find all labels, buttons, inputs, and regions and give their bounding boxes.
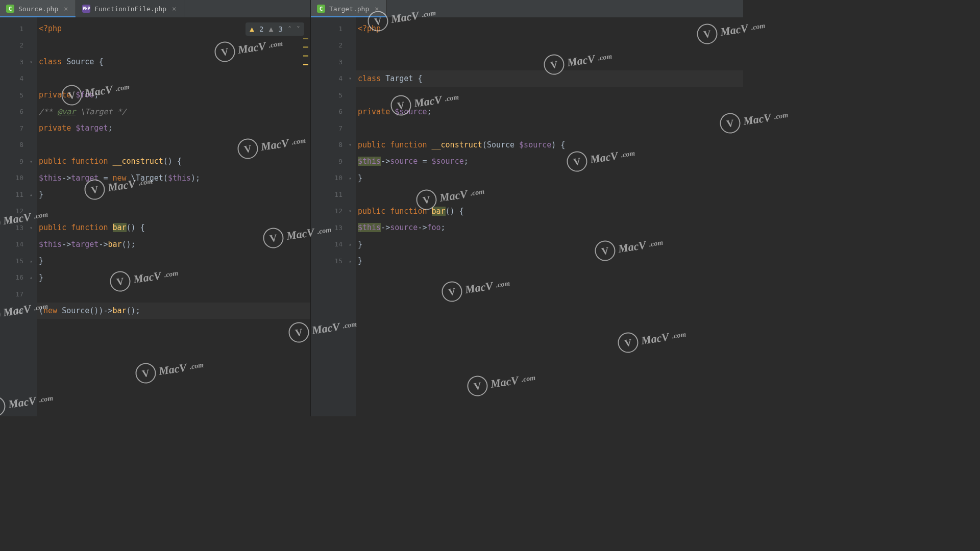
line-number: 2 — [338, 41, 342, 49]
line-number: 11 — [334, 191, 342, 198]
code-text: -> — [62, 173, 71, 183]
fold-icon[interactable]: ▾ — [347, 141, 354, 148]
file-type-icon: C — [317, 5, 325, 13]
code-text: (); — [122, 240, 136, 249]
code-text: } — [39, 190, 43, 199]
code-text: ; — [441, 223, 446, 232]
line-number: 12 — [15, 207, 23, 215]
tab-functioninfile-php[interactable]: PHP FunctionInFile.php × — [76, 0, 184, 17]
line-number: 7 — [19, 124, 23, 132]
fold-icon[interactable]: ▾ — [347, 75, 354, 82]
code-text: \Target( — [127, 173, 168, 183]
code-text: $this — [358, 223, 381, 232]
code-text: public — [358, 140, 385, 149]
line-number: 15 — [334, 257, 342, 265]
code-text: source — [390, 157, 418, 166]
fold-icon[interactable]: ▾ — [347, 208, 354, 215]
next-highlight-icon[interactable]: ˅ — [297, 25, 300, 33]
close-icon[interactable]: × — [373, 5, 380, 12]
fold-icon[interactable]: ▴ — [28, 274, 35, 281]
code-text: { — [173, 157, 182, 166]
code-text: new — [43, 306, 57, 315]
code-text: -> — [99, 240, 108, 249]
close-icon[interactable]: × — [170, 5, 178, 12]
file-type-icon: PHP — [82, 5, 90, 13]
code-text: public — [39, 223, 66, 232]
code-text: \Target — [76, 107, 117, 116]
marker[interactable] — [303, 55, 308, 57]
code-text: private — [39, 123, 71, 133]
editor-pane-right: C Target.php × 1 2 3 4▾ 5 6 7 8▾ 9 10▴ 1… — [311, 0, 743, 416]
code-text: } — [39, 256, 43, 265]
line-number: 4 — [19, 74, 23, 82]
code-text: function — [390, 207, 427, 216]
marker[interactable] — [303, 46, 308, 48]
code-text: { — [455, 207, 464, 216]
line-number: 10 — [15, 174, 23, 182]
line-number: 5 — [338, 91, 342, 99]
marker-strip[interactable] — [303, 38, 308, 65]
prev-highlight-icon[interactable]: ˄ — [288, 25, 291, 33]
code-text: ( — [39, 306, 43, 315]
code-text: function — [71, 223, 108, 232]
code-text: } — [39, 273, 43, 282]
warning-count: 2 — [259, 25, 263, 33]
code-text: Source())-> — [57, 306, 112, 315]
line-number: 9 — [19, 158, 23, 165]
code-text: source — [390, 223, 418, 232]
code-text: */ — [117, 107, 127, 116]
fold-icon[interactable]: ▴ — [347, 174, 354, 182]
code-text: { — [556, 140, 565, 149]
code-text: <?php — [358, 24, 381, 33]
code-text: Target — [385, 74, 413, 83]
marker[interactable] — [303, 64, 308, 65]
fold-icon[interactable]: ▴ — [347, 257, 354, 264]
code-text: <?php — [39, 24, 62, 33]
line-number: 17 — [15, 290, 23, 298]
weak-warning-count: 3 — [279, 25, 283, 33]
code-text: private — [39, 90, 71, 99]
editor-right[interactable]: 1 2 3 4▾ 5 6 7 8▾ 9 10▴ 11 12▾ 13 14▴ 15… — [311, 17, 743, 416]
tab-target-php[interactable]: C Target.php × — [311, 0, 387, 17]
code-text: bar — [113, 306, 127, 315]
editor-left[interactable]: 1 2 3▾ 4 5 6 7 8 9▾ 10 11▴ 12 13▾ 14 15▴… — [0, 17, 310, 416]
code-text: ; — [427, 107, 431, 116]
fold-icon[interactable]: ▾ — [28, 158, 35, 165]
close-icon[interactable]: × — [62, 5, 69, 12]
code-text: new — [113, 173, 127, 183]
code-text: $this — [39, 240, 62, 249]
fold-icon[interactable]: ▴ — [28, 191, 35, 198]
code-text: () — [127, 223, 136, 232]
fold-icon[interactable]: ▾ — [28, 58, 35, 65]
tab-label: Source.php — [18, 5, 58, 13]
code-text: Source — [487, 140, 519, 149]
tab-label: Target.php — [329, 5, 369, 13]
inspection-bar[interactable]: ▲ 2 ▲ 3 ˄ ˅ — [246, 22, 304, 36]
code-text: Source — [66, 57, 94, 66]
tab-label: FunctionInFile.php — [94, 5, 166, 13]
gutter-right[interactable]: 1 2 3 4▾ 5 6 7 8▾ 9 10▴ 11 12▾ 13 14▴ 15… — [311, 17, 356, 416]
code-text: @var — [57, 107, 76, 116]
code-text: } — [358, 240, 362, 249]
code-text: foo — [427, 223, 440, 232]
line-number: 11 — [15, 191, 23, 198]
code-area-right[interactable]: <?php class Target { private $source; pu… — [356, 17, 743, 416]
code-text: { — [413, 74, 422, 83]
code-text: ( — [482, 140, 487, 149]
code-text: private — [358, 107, 390, 116]
gutter-left[interactable]: 1 2 3▾ 4 5 6 7 8 9▾ 10 11▴ 12 13▾ 14 15▴… — [0, 17, 37, 416]
code-area-left[interactable]: ▲ 2 ▲ 3 ˄ ˅ <?php class Source { private… — [37, 17, 310, 416]
code-text: bar — [432, 207, 446, 216]
weak-warning-icon: ▲ — [269, 24, 274, 34]
marker[interactable] — [303, 38, 308, 39]
code-text: ; — [108, 123, 112, 133]
code-text: $foo — [76, 90, 94, 99]
fold-icon[interactable]: ▾ — [28, 224, 35, 231]
code-text: public — [39, 157, 66, 166]
code-text: } — [358, 256, 362, 265]
fold-icon[interactable]: ▴ — [28, 257, 35, 264]
code-text: class — [358, 74, 381, 83]
tab-source-php[interactable]: C Source.php × — [0, 0, 76, 17]
fold-icon[interactable]: ▴ — [347, 241, 354, 248]
code-text: $source — [395, 107, 427, 116]
